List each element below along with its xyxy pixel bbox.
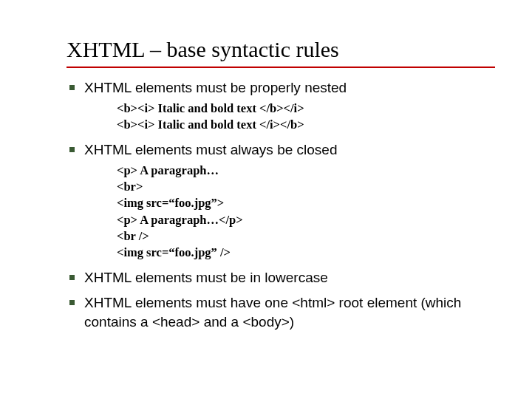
bullet-text: XHTML elements must be properly nested	[84, 80, 347, 95]
code-line: <img src=“foo.jpg” />	[117, 245, 495, 261]
list-item: XHTML elements must be in lowercase	[66, 268, 495, 287]
title-underline	[66, 66, 495, 68]
bullet-text: XHTML elements must have one <html> root…	[84, 295, 461, 330]
bullet-text: XHTML elements must be in lowercase	[84, 270, 328, 285]
code-line: <b><i> Italic and bold text </b></i>	[117, 100, 495, 117]
code-line: <p> A paragraph…	[117, 163, 495, 179]
list-item: XHTML elements must always be closed <p>…	[66, 140, 495, 261]
code-line: <img src=“foo.jpg”>	[117, 195, 495, 211]
code-line: <br>	[117, 179, 495, 195]
list-item: XHTML elements must be properly nested <…	[66, 78, 495, 133]
list-item: XHTML elements must have one <html> root…	[66, 293, 495, 331]
bullet-text: XHTML elements must always be closed	[84, 142, 337, 157]
code-line: <br />	[117, 228, 495, 245]
code-line: <b><i> Italic and bold text </i></b>	[117, 117, 495, 133]
code-line: <p> A paragraph…</p>	[117, 212, 495, 228]
page-title: XHTML – base syntactic rules	[66, 37, 495, 62]
sub-block: <p> A paragraph… <br> <img src=“foo.jpg”…	[117, 163, 495, 262]
bullet-list: XHTML elements must be properly nested <…	[66, 78, 495, 331]
sub-block: <b><i> Italic and bold text </b></i> <b>…	[117, 100, 495, 134]
slide: XHTML – base syntactic rules XHTML eleme…	[0, 0, 532, 359]
